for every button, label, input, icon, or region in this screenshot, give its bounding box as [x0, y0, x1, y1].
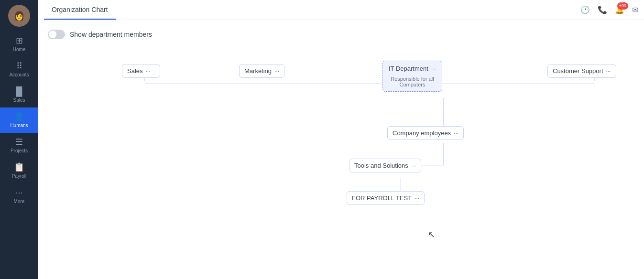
node-support-dots[interactable]: ···: [606, 68, 611, 75]
sales-icon: ▐▌: [13, 87, 25, 96]
topbar: Organization Chart 🕐 📞 🔔 +99 ✉: [38, 0, 644, 20]
node-it-label: IT Department: [389, 65, 428, 72]
sidebar-label-home: Home: [13, 47, 26, 52]
tab-label: Organization Chart: [52, 6, 108, 13]
bell-icon-btn[interactable]: 🔔 +99: [615, 5, 624, 14]
clock-icon-btn[interactable]: 🕐: [580, 5, 590, 14]
phone-icon: 📞: [598, 6, 607, 14]
sidebar-label-humans: Humans: [10, 123, 28, 128]
mail-icon-btn[interactable]: ✉: [632, 5, 638, 14]
sidebar-item-payroll[interactable]: 📋 Payroll: [0, 158, 38, 183]
sidebar-item-humans[interactable]: 👤 Humans: [0, 107, 38, 133]
avatar[interactable]: 👩: [8, 5, 30, 27]
node-marketing-label: Marketing: [244, 67, 272, 75]
tab-organization-chart[interactable]: Organization Chart: [44, 0, 116, 20]
org-chart: Sales ··· Marketing ··· IT Department ··…: [48, 54, 634, 245]
sidebar-label-projects: Projects: [11, 148, 28, 153]
projects-icon: ☰: [15, 138, 23, 146]
sidebar: 👩 ⊞ Home ⠿ Accounts ▐▌ Sales 👤 Humans ☰ …: [0, 0, 38, 279]
cursor-pointer: ↖: [428, 229, 435, 240]
more-icon: ···: [15, 188, 22, 197]
org-node-support[interactable]: Customer Support ···: [547, 64, 616, 78]
notification-badge: +99: [617, 2, 628, 10]
node-tools-dots[interactable]: ···: [411, 162, 416, 169]
node-payroll-label: FOR PAYROLL TEST: [352, 194, 412, 202]
toggle-row: Show department members: [48, 30, 634, 39]
node-sales-dots[interactable]: ···: [146, 68, 151, 75]
node-company-dots[interactable]: ···: [454, 130, 458, 137]
sidebar-item-sales[interactable]: ▐▌ Sales: [0, 82, 38, 107]
sidebar-label-accounts: Accounts: [9, 72, 29, 77]
home-icon: ⊞: [16, 36, 23, 45]
node-it-subtitle: Responsible for allComputers: [391, 76, 434, 87]
org-node-tools[interactable]: Tools and Solutions ···: [349, 159, 421, 172]
node-sales-label: Sales: [127, 67, 143, 75]
node-support-label: Customer Support: [553, 67, 603, 75]
org-node-marketing[interactable]: Marketing ···: [239, 64, 284, 78]
node-tools-label: Tools and Solutions: [354, 162, 408, 169]
sidebar-label-more: More: [14, 199, 25, 204]
node-payroll-dots[interactable]: ···: [415, 195, 419, 202]
topbar-tabs: Organization Chart: [44, 0, 116, 20]
toggle-knob: [49, 31, 56, 38]
clock-icon: 🕐: [580, 6, 590, 14]
toggle-label: Show department members: [70, 31, 152, 38]
org-node-sales[interactable]: Sales ···: [122, 64, 160, 78]
humans-icon: 👤: [14, 112, 24, 121]
main-content: Organization Chart 🕐 📞 🔔 +99 ✉: [38, 0, 644, 279]
mail-icon: ✉: [632, 6, 638, 14]
topbar-icons: 🕐 📞 🔔 +99 ✉: [580, 5, 638, 14]
node-marketing-dots[interactable]: ···: [274, 68, 279, 75]
sidebar-item-home[interactable]: ⊞ Home: [0, 32, 38, 57]
node-it-dots[interactable]: ···: [431, 65, 436, 72]
payroll-icon: 📋: [14, 163, 24, 172]
sidebar-label-sales: Sales: [13, 97, 25, 103]
node-company-label: Company employees: [393, 129, 451, 137]
phone-icon-btn[interactable]: 📞: [598, 5, 607, 14]
sidebar-item-more[interactable]: ··· More: [0, 183, 38, 209]
sidebar-item-accounts[interactable]: ⠿ Accounts: [0, 57, 38, 82]
org-node-it[interactable]: IT Department ··· Responsible for allCom…: [382, 61, 442, 92]
sidebar-label-payroll: Payroll: [12, 173, 27, 179]
accounts-icon: ⠿: [16, 62, 22, 70]
org-chart-lines: [48, 54, 634, 245]
sidebar-item-projects[interactable]: ☰ Projects: [0, 133, 38, 158]
org-node-company[interactable]: Company employees ···: [387, 126, 464, 140]
org-node-payroll-test[interactable]: FOR PAYROLL TEST ···: [347, 191, 425, 205]
show-members-toggle[interactable]: [48, 30, 65, 39]
content-area: Show department members: [38, 20, 644, 279]
